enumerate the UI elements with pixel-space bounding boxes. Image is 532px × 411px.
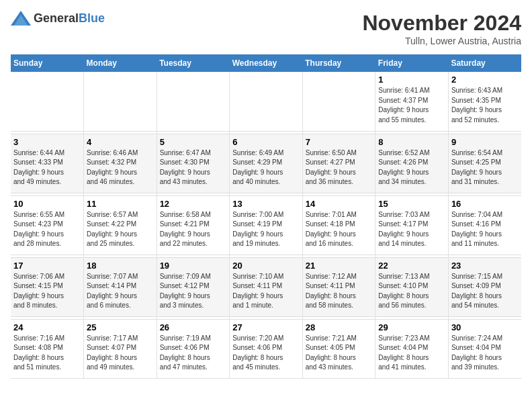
logo-blue: Blue <box>79 11 105 25</box>
day-info: Sunrise: 7:06 AM Sunset: 4:15 PM Dayligh… <box>13 272 81 311</box>
calendar-cell: 11Sunrise: 6:57 AM Sunset: 4:22 PM Dayli… <box>84 195 157 255</box>
day-info: Sunrise: 6:52 AM Sunset: 4:26 PM Dayligh… <box>378 148 445 187</box>
calendar-cell: 4Sunrise: 6:46 AM Sunset: 4:32 PM Daylig… <box>84 134 157 193</box>
day-info: Sunrise: 7:17 AM Sunset: 4:07 PM Dayligh… <box>87 334 154 373</box>
calendar-cell: 29Sunrise: 7:23 AM Sunset: 4:04 PM Dayli… <box>375 319 449 378</box>
calendar-cell <box>230 72 303 131</box>
day-number: 29 <box>378 322 445 332</box>
weekday-header-monday: Monday <box>84 54 157 72</box>
day-info: Sunrise: 7:20 AM Sunset: 4:06 PM Dayligh… <box>232 334 300 373</box>
day-info: Sunrise: 6:47 AM Sunset: 4:30 PM Dayligh… <box>160 148 227 187</box>
calendar-week-5: 24Sunrise: 7:16 AM Sunset: 4:08 PM Dayli… <box>11 319 521 378</box>
day-number: 14 <box>306 199 373 209</box>
day-number: 30 <box>451 322 519 332</box>
day-info: Sunrise: 7:04 AM Sunset: 4:16 PM Dayligh… <box>451 210 519 249</box>
day-info: Sunrise: 6:46 AM Sunset: 4:32 PM Dayligh… <box>87 148 154 187</box>
weekday-header-wednesday: Wednesday <box>230 54 303 72</box>
day-info: Sunrise: 7:10 AM Sunset: 4:11 PM Dayligh… <box>232 272 300 311</box>
day-number: 18 <box>87 261 154 271</box>
day-number: 16 <box>451 199 519 209</box>
calendar-cell: 3Sunrise: 6:44 AM Sunset: 4:33 PM Daylig… <box>11 134 84 193</box>
calendar-cell: 14Sunrise: 7:01 AM Sunset: 4:18 PM Dayli… <box>302 195 375 255</box>
calendar-cell: 7Sunrise: 6:50 AM Sunset: 4:27 PM Daylig… <box>302 134 375 193</box>
main-title: November 2024 <box>362 11 521 36</box>
day-number: 19 <box>160 261 227 271</box>
day-info: Sunrise: 6:57 AM Sunset: 4:22 PM Dayligh… <box>87 210 154 249</box>
day-number: 8 <box>378 137 445 147</box>
day-number: 6 <box>232 137 300 147</box>
day-info: Sunrise: 6:55 AM Sunset: 4:23 PM Dayligh… <box>13 210 81 249</box>
day-number: 17 <box>13 261 81 271</box>
calendar-week-2: 3Sunrise: 6:44 AM Sunset: 4:33 PM Daylig… <box>11 134 521 193</box>
day-info: Sunrise: 6:49 AM Sunset: 4:29 PM Dayligh… <box>232 148 300 187</box>
day-info: Sunrise: 7:21 AM Sunset: 4:05 PM Dayligh… <box>306 334 373 373</box>
calendar-cell: 5Sunrise: 6:47 AM Sunset: 4:30 PM Daylig… <box>157 134 230 193</box>
calendar-table: SundayMondayTuesdayWednesdayThursdayFrid… <box>11 54 521 379</box>
day-info: Sunrise: 7:15 AM Sunset: 4:09 PM Dayligh… <box>451 272 519 311</box>
calendar-cell: 30Sunrise: 7:24 AM Sunset: 4:04 PM Dayli… <box>448 319 521 378</box>
calendar-cell: 1Sunrise: 6:41 AM Sunset: 4:37 PM Daylig… <box>375 72 449 131</box>
day-info: Sunrise: 7:07 AM Sunset: 4:14 PM Dayligh… <box>87 272 154 311</box>
calendar-cell: 27Sunrise: 7:20 AM Sunset: 4:06 PM Dayli… <box>230 319 303 378</box>
day-info: Sunrise: 7:16 AM Sunset: 4:08 PM Dayligh… <box>13 334 81 373</box>
subtitle: Tulln, Lower Austria, Austria <box>362 36 521 46</box>
day-number: 21 <box>306 261 373 271</box>
calendar-cell: 22Sunrise: 7:13 AM Sunset: 4:10 PM Dayli… <box>375 257 449 316</box>
calendar-cell: 6Sunrise: 6:49 AM Sunset: 4:29 PM Daylig… <box>230 134 303 193</box>
calendar-week-1: 1Sunrise: 6:41 AM Sunset: 4:37 PM Daylig… <box>11 72 521 131</box>
weekday-header-thursday: Thursday <box>302 54 375 72</box>
day-number: 5 <box>160 137 227 147</box>
day-number: 7 <box>306 137 373 147</box>
calendar-cell: 19Sunrise: 7:09 AM Sunset: 4:12 PM Dayli… <box>157 257 230 316</box>
calendar-cell: 18Sunrise: 7:07 AM Sunset: 4:14 PM Dayli… <box>84 257 157 316</box>
title-area: November 2024 Tulln, Lower Austria, Aust… <box>362 11 521 46</box>
header: GeneralBlue November 2024 Tulln, Lower A… <box>11 11 521 46</box>
day-number: 1 <box>378 75 445 85</box>
day-info: Sunrise: 6:54 AM Sunset: 4:25 PM Dayligh… <box>451 148 519 187</box>
logo-icon <box>11 11 31 26</box>
day-number: 13 <box>232 199 300 209</box>
day-number: 12 <box>160 199 227 209</box>
logo-general: General <box>34 11 79 25</box>
day-number: 24 <box>13 322 81 332</box>
calendar-cell: 26Sunrise: 7:19 AM Sunset: 4:06 PM Dayli… <box>157 319 230 378</box>
calendar-week-4: 17Sunrise: 7:06 AM Sunset: 4:15 PM Dayli… <box>11 257 521 316</box>
calendar-cell: 28Sunrise: 7:21 AM Sunset: 4:05 PM Dayli… <box>302 319 375 378</box>
day-number: 23 <box>451 261 519 271</box>
calendar-cell: 2Sunrise: 6:43 AM Sunset: 4:35 PM Daylig… <box>448 72 521 131</box>
day-number: 2 <box>451 75 519 85</box>
day-info: Sunrise: 7:13 AM Sunset: 4:10 PM Dayligh… <box>378 272 445 311</box>
day-number: 25 <box>87 322 154 332</box>
day-info: Sunrise: 7:01 AM Sunset: 4:18 PM Dayligh… <box>306 210 373 249</box>
day-number: 4 <box>87 137 154 147</box>
calendar-cell: 9Sunrise: 6:54 AM Sunset: 4:25 PM Daylig… <box>448 134 521 193</box>
weekday-header-tuesday: Tuesday <box>157 54 230 72</box>
calendar-cell: 24Sunrise: 7:16 AM Sunset: 4:08 PM Dayli… <box>11 319 84 378</box>
day-info: Sunrise: 7:00 AM Sunset: 4:19 PM Dayligh… <box>232 210 300 249</box>
weekday-header-row: SundayMondayTuesdayWednesdayThursdayFrid… <box>11 54 521 72</box>
calendar-cell <box>302 72 375 131</box>
day-info: Sunrise: 7:23 AM Sunset: 4:04 PM Dayligh… <box>378 334 445 373</box>
calendar-cell <box>84 72 157 131</box>
day-info: Sunrise: 7:24 AM Sunset: 4:04 PM Dayligh… <box>451 334 519 373</box>
day-number: 11 <box>87 199 154 209</box>
calendar-cell: 12Sunrise: 6:58 AM Sunset: 4:21 PM Dayli… <box>157 195 230 255</box>
day-number: 10 <box>13 199 81 209</box>
day-info: Sunrise: 7:09 AM Sunset: 4:12 PM Dayligh… <box>160 272 227 311</box>
day-number: 15 <box>378 199 445 209</box>
day-number: 9 <box>451 137 519 147</box>
calendar-cell: 20Sunrise: 7:10 AM Sunset: 4:11 PM Dayli… <box>230 257 303 316</box>
calendar-cell: 23Sunrise: 7:15 AM Sunset: 4:09 PM Dayli… <box>448 257 521 316</box>
calendar-cell: 10Sunrise: 6:55 AM Sunset: 4:23 PM Dayli… <box>11 195 84 255</box>
day-number: 3 <box>13 137 81 147</box>
weekday-header-sunday: Sunday <box>11 54 84 72</box>
day-number: 20 <box>232 261 300 271</box>
weekday-header-friday: Friday <box>375 54 449 72</box>
day-info: Sunrise: 6:41 AM Sunset: 4:37 PM Dayligh… <box>378 86 445 125</box>
day-info: Sunrise: 7:19 AM Sunset: 4:06 PM Dayligh… <box>160 334 227 373</box>
calendar-cell: 17Sunrise: 7:06 AM Sunset: 4:15 PM Dayli… <box>11 257 84 316</box>
calendar-cell <box>157 72 230 131</box>
day-info: Sunrise: 6:44 AM Sunset: 4:33 PM Dayligh… <box>13 148 81 187</box>
day-number: 27 <box>232 322 300 332</box>
calendar-cell: 21Sunrise: 7:12 AM Sunset: 4:11 PM Dayli… <box>302 257 375 316</box>
